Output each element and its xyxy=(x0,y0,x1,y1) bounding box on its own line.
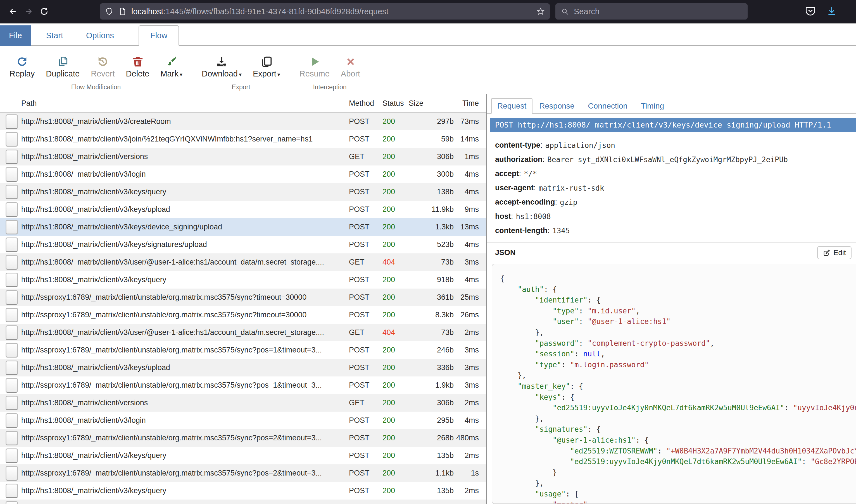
flow-size: 1.9kb xyxy=(408,381,454,390)
flow-time: 3ms xyxy=(454,346,479,355)
flow-size: 73b xyxy=(408,328,454,337)
flow-method: POST xyxy=(349,434,382,442)
back-button[interactable] xyxy=(5,4,21,19)
group-flow-modification: Replay Duplicate Revert xyxy=(0,46,192,94)
flow-method: GET xyxy=(349,328,382,337)
tab-connection[interactable]: Connection xyxy=(581,99,634,113)
bookmark-star-icon[interactable] xyxy=(536,7,545,16)
edit-pencil-icon xyxy=(823,249,831,257)
search-bar[interactable]: Search xyxy=(555,3,748,20)
flow-time: 2ms xyxy=(454,451,479,460)
json-line: "user": "@user-1-alice:hs1" xyxy=(500,316,856,327)
header-name: user-agent xyxy=(495,184,534,192)
table-row[interactable]: http://hs1:8008/_matrix/client/v3/keys/u… xyxy=(0,201,486,218)
flow-method: POST xyxy=(349,170,382,179)
table-row[interactable]: http://hs1:8008/_matrix/client/v3/keys/q… xyxy=(0,183,486,201)
table-row[interactable]: http://ssproxy1:6789/_matrix/client/unst… xyxy=(0,341,486,359)
flow-type-icon xyxy=(5,308,18,322)
url-bar[interactable]: localhost:1445/#/flows/fba5f13d-91e1-437… xyxy=(100,3,550,20)
flow-table-header[interactable]: Path Method Status Size Time xyxy=(0,94,486,113)
request-header-line: accept: */* xyxy=(495,167,856,181)
flow-type-icon xyxy=(5,185,18,199)
column-status[interactable]: Status xyxy=(382,99,408,108)
tab-start[interactable]: Start xyxy=(38,26,71,45)
flow-size: 306b xyxy=(408,152,454,161)
table-row[interactable]: http://hs1:8008/_matrix/client/versions … xyxy=(0,148,486,165)
shield-icon[interactable] xyxy=(105,7,114,16)
request-header-line: user-agent: matrix-rust-sdk xyxy=(495,181,856,195)
flow-size: 300b xyxy=(408,170,454,179)
table-row[interactable]: http://ssproxy1:6789/_matrix/client/unst… xyxy=(0,429,486,447)
flow-time: 2ms xyxy=(454,328,479,337)
table-row[interactable]: http://hs1:8008/_matrix/client/v3/keys/s… xyxy=(0,236,486,253)
export-copy-icon xyxy=(260,52,273,68)
download-button[interactable]: Download▾ xyxy=(196,52,247,78)
reload-button[interactable] xyxy=(36,4,52,19)
flow-time: 26ms xyxy=(454,311,479,319)
tab-response[interactable]: Response xyxy=(532,99,581,113)
table-row[interactable]: http://hs1:8008/_matrix/client/v3/user/@… xyxy=(0,253,486,271)
duplicate-button[interactable]: Duplicate xyxy=(40,52,85,78)
column-time[interactable]: Time xyxy=(454,99,479,108)
edit-button[interactable]: Edit xyxy=(817,246,852,259)
pocket-icon[interactable] xyxy=(805,6,816,17)
mark-button[interactable]: Mark▾ xyxy=(155,52,188,78)
replay-button[interactable]: Replay xyxy=(4,52,40,78)
tab-timing[interactable]: Timing xyxy=(634,99,671,113)
forward-button[interactable] xyxy=(21,4,36,19)
group-caption: Flow Modification xyxy=(0,84,192,94)
flow-size: 268b xyxy=(408,434,454,442)
table-row[interactable]: http://hs1:8008/_matrix/client/versions … xyxy=(0,394,486,412)
table-row[interactable]: http://hs1:8008/_matrix/client/v3/user/@… xyxy=(0,324,486,341)
group-interception: Resume Abort Interception xyxy=(290,46,370,94)
table-row[interactable]: http://ssproxy1:6789/_matrix/client/unst… xyxy=(0,306,486,324)
flow-status: 200 xyxy=(382,205,408,214)
flow-type-icon xyxy=(5,273,18,287)
table-row[interactable]: http://hs1:8008/_matrix/client/v3/keys/u… xyxy=(0,359,486,376)
table-row[interactable]: http://hs1:8008/_matrix/client/v3/keys/q… xyxy=(0,271,486,289)
table-row[interactable]: http://ssproxy1:6789/_matrix/client/unst… xyxy=(0,376,486,394)
table-row[interactable] xyxy=(0,500,486,504)
table-row[interactable]: http://ssproxy1:6789/_matrix/client/unst… xyxy=(0,464,486,482)
table-row[interactable]: http://hs1:8008/_matrix/client/v3/login … xyxy=(0,165,486,183)
flow-status: 200 xyxy=(382,117,408,126)
resume-button[interactable]: Resume xyxy=(294,52,335,78)
table-row[interactable]: http://ssproxy1:6789/_matrix/client/unst… xyxy=(0,289,486,306)
flow-status: 404 xyxy=(382,258,408,267)
column-method[interactable]: Method xyxy=(349,99,382,108)
flow-method: POST xyxy=(349,240,382,249)
flow-type-icon xyxy=(5,501,18,504)
flow-method: POST xyxy=(349,486,382,495)
table-row[interactable]: http://hs1:8008/_matrix/client/v3/keys/q… xyxy=(0,482,486,500)
revert-button[interactable]: Revert xyxy=(85,52,120,78)
table-row[interactable]: http://hs1:8008/_matrix/client/v3/join/%… xyxy=(0,130,486,148)
flow-time: 3ms xyxy=(454,381,479,390)
flow-method: POST xyxy=(349,451,382,460)
flow-method: POST xyxy=(349,223,382,231)
flow-time: 1s xyxy=(454,469,479,478)
abort-button[interactable]: Abort xyxy=(335,52,366,78)
flow-type-icon xyxy=(5,132,18,146)
tab-options[interactable]: Options xyxy=(78,26,122,45)
request-first-line[interactable]: POST http://hs1:8008/_matrix/client/v3/k… xyxy=(490,118,856,132)
table-row[interactable]: http://hs1:8008/_matrix/client/v3/keys/q… xyxy=(0,447,486,464)
flow-status: 200 xyxy=(382,152,408,161)
table-row[interactable]: http://hs1:8008/_matrix/client/v3/create… xyxy=(0,113,486,130)
flow-time: 13ms xyxy=(454,223,479,231)
page-info-icon[interactable] xyxy=(118,7,127,16)
header-name: content-length xyxy=(495,226,547,235)
flow-size: 918b xyxy=(408,275,454,284)
table-row[interactable]: http://hs1:8008/_matrix/client/v3/keys/d… xyxy=(0,218,486,236)
column-size[interactable]: Size xyxy=(408,99,454,108)
url-text[interactable]: localhost:1445/#/flows/fba5f13d-91e1-437… xyxy=(131,7,536,16)
tab-flow[interactable]: Flow xyxy=(139,25,179,46)
downloads-icon[interactable] xyxy=(826,6,837,17)
flow-method: POST xyxy=(349,293,382,302)
table-row[interactable]: http://hs1:8008/_matrix/client/v3/login … xyxy=(0,412,486,429)
json-body-view[interactable]: { "auth": { "identifier": { "type": "m.i… xyxy=(492,264,856,504)
delete-button[interactable]: Delete xyxy=(120,52,155,78)
tab-file[interactable]: File xyxy=(0,25,31,46)
export-button[interactable]: Export▾ xyxy=(247,52,286,78)
column-path[interactable]: Path xyxy=(21,99,349,108)
tab-request[interactable]: Request xyxy=(491,98,532,114)
